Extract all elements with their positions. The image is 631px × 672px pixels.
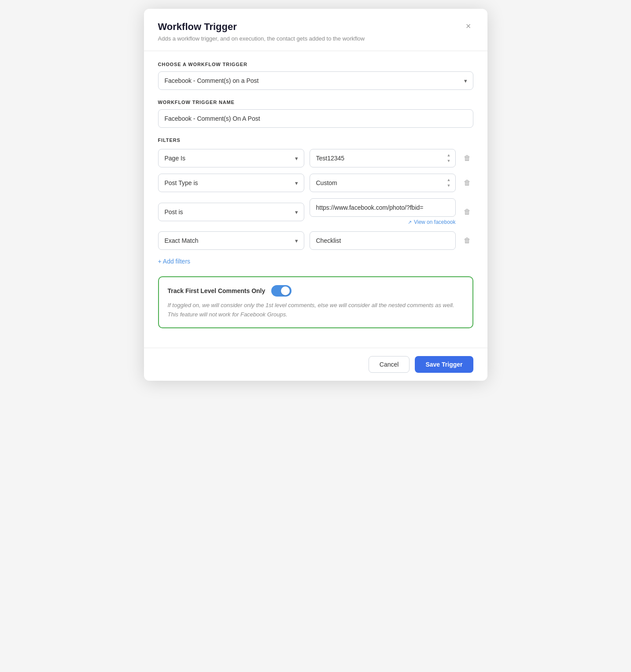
filter-1-spinners: ▲ ▼ bbox=[446, 153, 452, 163]
filter-4-value-input[interactable] bbox=[310, 231, 456, 250]
filter-row-1: Page Is Post Type is Post is Exact Match… bbox=[158, 149, 473, 167]
filters-label: FILTERS bbox=[158, 137, 473, 143]
filter-3-type-wrap: Page Is Post Type is Post is Exact Match… bbox=[158, 203, 304, 221]
workflow-trigger-select[interactable]: Facebook - Comment(s) on a Post Facebook… bbox=[158, 71, 473, 90]
track-box-description: If toggled on, we will consider only the… bbox=[168, 301, 464, 319]
track-box-header: Track First Level Comments Only bbox=[168, 285, 464, 297]
filter-1-value-input[interactable] bbox=[310, 149, 456, 167]
filter-1-value-wrap: ▲ ▼ bbox=[310, 149, 456, 167]
filter-3-type-select[interactable]: Page Is Post Type is Post is Exact Match bbox=[158, 203, 304, 221]
workflow-trigger-select-wrapper: Facebook - Comment(s) on a Post Facebook… bbox=[158, 71, 473, 90]
track-comments-box: Track First Level Comments Only If toggl… bbox=[158, 276, 473, 328]
add-filters-button[interactable]: + Add filters bbox=[158, 256, 191, 267]
filter-2-value-input[interactable] bbox=[310, 174, 456, 192]
workflow-trigger-section: CHOOSE A WORKFLOW TRIGGER Facebook - Com… bbox=[158, 62, 473, 90]
filter-4-delete-button[interactable]: 🗑 bbox=[461, 234, 473, 247]
filter-2-type-wrap: Page Is Post Type is Post is Exact Match… bbox=[158, 174, 304, 192]
filters-section: FILTERS Page Is Post Type is Post is Exa… bbox=[158, 137, 473, 267]
modal-subtitle: Adds a workflow trigger, and on executio… bbox=[158, 35, 473, 42]
workflow-trigger-modal: Workflow Trigger Adds a workflow trigger… bbox=[144, 9, 487, 381]
filter-4-type-wrap: Exact Match Contains Starts With ▾ bbox=[158, 231, 304, 250]
view-on-facebook-link[interactable]: ↗ View on facebook bbox=[408, 219, 456, 225]
filter-2-spinner-up[interactable]: ▲ bbox=[446, 178, 452, 182]
workflow-trigger-label: CHOOSE A WORKFLOW TRIGGER bbox=[158, 62, 473, 67]
filter-row-2: Page Is Post Type is Post is Exact Match… bbox=[158, 174, 473, 192]
modal-body: CHOOSE A WORKFLOW TRIGGER Facebook - Com… bbox=[144, 51, 487, 348]
cancel-button[interactable]: Cancel bbox=[369, 356, 410, 373]
trigger-name-section: WORKFLOW TRIGGER NAME bbox=[158, 100, 473, 128]
filter-2-spinner-wrap: ▲ ▼ bbox=[310, 174, 456, 192]
filter-row-3: Page Is Post Type is Post is Exact Match… bbox=[158, 198, 473, 225]
filter-1-delete-button[interactable]: 🗑 bbox=[461, 152, 473, 165]
filter-3-value-wrap: ↗ View on facebook bbox=[310, 198, 456, 225]
track-box-title: Track First Level Comments Only bbox=[168, 287, 266, 294]
trigger-name-label: WORKFLOW TRIGGER NAME bbox=[158, 100, 473, 105]
filter-1-spinner-wrap: ▲ ▼ bbox=[310, 149, 456, 167]
filter-1-type-select[interactable]: Page Is Post Type is Post is Exact Match bbox=[158, 149, 304, 167]
filter-2-spinner-down[interactable]: ▼ bbox=[446, 183, 452, 188]
close-button[interactable]: × bbox=[462, 19, 475, 33]
toggle-slider bbox=[271, 285, 292, 297]
filter-1-spinner-down[interactable]: ▼ bbox=[446, 159, 452, 163]
filter-2-type-select[interactable]: Page Is Post Type is Post is Exact Match bbox=[158, 174, 304, 192]
external-link-icon: ↗ bbox=[408, 219, 412, 225]
filter-2-value-wrap: ▲ ▼ bbox=[310, 174, 456, 192]
modal-footer: Cancel Save Trigger bbox=[144, 348, 487, 381]
filter-row-4: Exact Match Contains Starts With ▾ 🗑 bbox=[158, 231, 473, 250]
view-on-facebook-label: View on facebook bbox=[414, 219, 456, 225]
filter-4-value-wrap bbox=[310, 231, 456, 250]
trigger-name-input[interactable] bbox=[158, 109, 473, 128]
filter-1-type-wrap: Page Is Post Type is Post is Exact Match… bbox=[158, 149, 304, 167]
filter-2-delete-button[interactable]: 🗑 bbox=[461, 176, 473, 189]
modal-title: Workflow Trigger bbox=[158, 21, 473, 33]
filter-4-type-select[interactable]: Exact Match Contains Starts With bbox=[158, 231, 304, 250]
filter-2-spinners: ▲ ▼ bbox=[446, 178, 452, 188]
save-trigger-button[interactable]: Save Trigger bbox=[415, 356, 473, 373]
filter-3-delete-button[interactable]: 🗑 bbox=[461, 205, 473, 219]
filter-3-value-input[interactable] bbox=[310, 198, 456, 217]
modal-header: Workflow Trigger Adds a workflow trigger… bbox=[144, 9, 487, 51]
filter-1-spinner-up[interactable]: ▲ bbox=[446, 153, 452, 158]
track-toggle[interactable] bbox=[271, 285, 292, 297]
